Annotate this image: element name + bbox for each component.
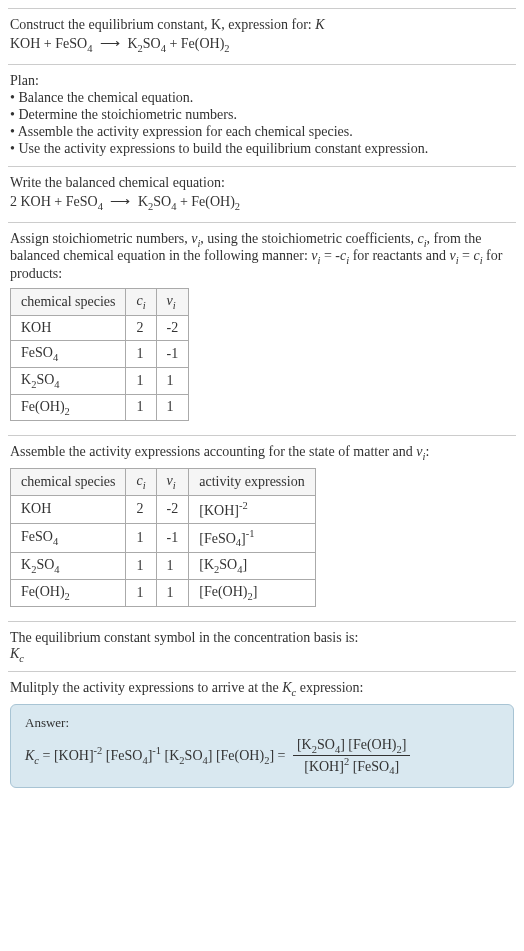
text: Mulitply the activity expressions to arr… [10,680,282,695]
unbalanced-equation: KOH + FeSO4 ⟶ K2SO4 + Fe(OH)2 [10,35,514,54]
answer-equation: Kc = [KOH]-2 [FeSO4]-1 [K2SO4] [Fe(OH)2]… [25,737,499,776]
cell-expr: [K2SO4] [189,553,315,580]
table-header-row: chemical species ci νi activity expressi… [11,469,316,496]
cell-species: KOH [11,495,126,523]
cell-nu: 1 [156,394,189,421]
cell-nu: 1 [156,579,189,606]
balanced-title: Write the balanced chemical equation: [10,175,514,191]
plan-item: • Balance the chemical equation. [10,90,514,106]
answer-label: Answer: [25,715,499,731]
col-header: activity expression [189,469,315,496]
table-row: FeSO4 1 -1 [FeSO4]-1 [11,523,316,552]
cell-c: 1 [126,553,156,580]
cell-nu: -1 [156,523,189,552]
cell-species: K2SO4 [11,553,126,580]
activity-section: Assemble the activity expressions accoun… [8,435,516,620]
col-header: νi [156,289,189,316]
stoich-section: Assign stoichiometric numbers, νi, using… [8,222,516,436]
symbol-section: The equilibrium constant symbol in the c… [8,621,516,672]
text: for reactants and [349,248,449,263]
balanced-equation: 2 KOH + FeSO4 ⟶ K2SO4 + Fe(OH)2 [10,193,514,212]
col-header: chemical species [11,289,126,316]
cell-nu: 1 [156,553,189,580]
col-header: ci [126,469,156,496]
cell-nu: -2 [156,495,189,523]
cell-expr: [Fe(OH)2] [189,579,315,606]
text: expression: [296,680,363,695]
text: , using the stoichiometric coefficients, [200,231,417,246]
symbol-line1: The equilibrium constant symbol in the c… [10,630,514,646]
answer-box: Answer: Kc = [KOH]-2 [FeSO4]-1 [K2SO4] [… [10,704,514,787]
text: Assign stoichiometric numbers, [10,231,191,246]
table-row: K2SO4 1 1 [11,367,189,394]
multiply-section: Mulitply the activity expressions to arr… [8,671,516,795]
cell-species: FeSO4 [11,523,126,552]
table-header-row: chemical species ci νi [11,289,189,316]
multiply-text: Mulitply the activity expressions to arr… [10,680,514,698]
table-row: KOH 2 -2 [KOH]-2 [11,495,316,523]
table-row: K2SO4 1 1 [K2SO4] [11,553,316,580]
cell-c: 1 [126,394,156,421]
cell-species: Fe(OH)2 [11,579,126,606]
cell-c: 2 [126,495,156,523]
cell-species: KOH [11,315,126,340]
cell-nu: -1 [156,340,189,367]
cell-species: K2SO4 [11,367,126,394]
table-row: Fe(OH)2 1 1 [11,394,189,421]
stoich-intro: Assign stoichiometric numbers, νi, using… [10,231,514,283]
cell-c: 1 [126,367,156,394]
cell-c: 2 [126,315,156,340]
header-line1: Construct the equilibrium constant, K, e… [10,17,514,33]
cell-c: 1 [126,579,156,606]
col-header: νi [156,469,189,496]
text: Assemble the activity expressions accoun… [10,444,416,459]
table-row: KOH 2 -2 [11,315,189,340]
cell-c: 1 [126,523,156,552]
plan-item: • Assemble the activity expression for e… [10,124,514,140]
symbol-kc: Kc [10,646,514,664]
plan-title: Plan: [10,73,514,89]
cell-nu: -2 [156,315,189,340]
activity-intro: Assemble the activity expressions accoun… [10,444,514,462]
header-section: Construct the equilibrium constant, K, e… [8,8,516,64]
balanced-section: Write the balanced chemical equation: 2 … [8,166,516,222]
header-text: Construct the equilibrium constant, K, e… [10,17,312,32]
table-row: Fe(OH)2 1 1 [Fe(OH)2] [11,579,316,606]
col-header: ci [126,289,156,316]
cell-expr: [FeSO4]-1 [189,523,315,552]
text: : [425,444,429,459]
cell-c: 1 [126,340,156,367]
cell-expr: [KOH]-2 [189,495,315,523]
cell-species: FeSO4 [11,340,126,367]
activity-table: chemical species ci νi activity expressi… [10,468,316,607]
plan-item: • Use the activity expressions to build … [10,141,514,157]
plan-section: Plan: • Balance the chemical equation. •… [8,64,516,166]
stoich-table: chemical species ci νi KOH 2 -2 FeSO4 1 … [10,288,189,421]
cell-species: Fe(OH)2 [11,394,126,421]
cell-nu: 1 [156,367,189,394]
col-header: chemical species [11,469,126,496]
table-row: FeSO4 1 -1 [11,340,189,367]
plan-item: • Determine the stoichiometric numbers. [10,107,514,123]
